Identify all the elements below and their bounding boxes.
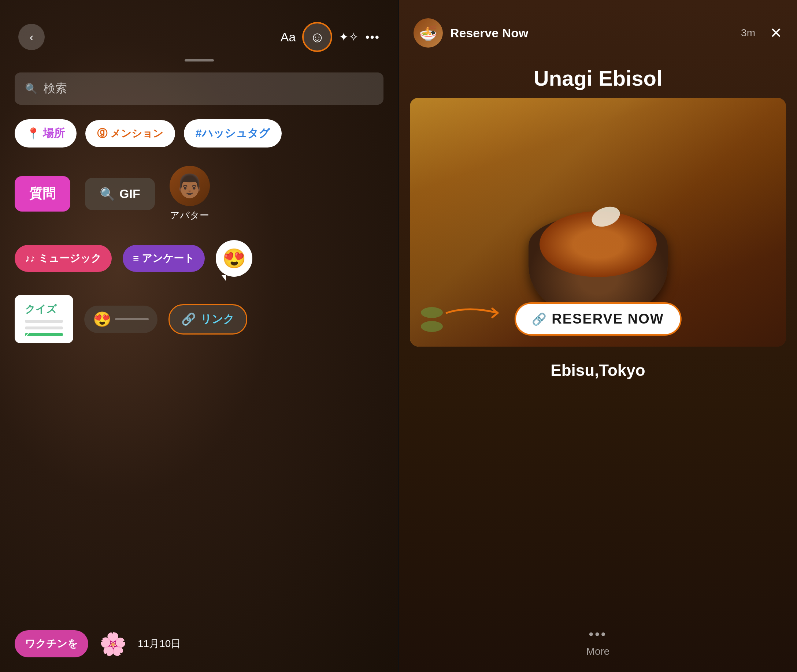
text-tool-button[interactable]: Aa bbox=[281, 30, 296, 44]
sticker-row-3: ♪♪ ミュージック ≡ アンケート 😍 bbox=[0, 240, 398, 277]
right-content: 🍜 Reserve Now 3m ✕ Unagi Ebisol bbox=[399, 0, 797, 672]
drag-handle bbox=[184, 59, 214, 61]
question-label: 質問 bbox=[29, 186, 56, 201]
music-label: ミュージック bbox=[38, 251, 101, 266]
link-icon: 🔗 bbox=[181, 312, 196, 326]
vaccine-sticker[interactable]: ワクチンを bbox=[14, 630, 88, 658]
restaurant-name: Unagi Ebisol bbox=[399, 55, 797, 98]
poll-icon: ≡ bbox=[133, 253, 139, 264]
reserve-link-icon: 🔗 bbox=[532, 312, 547, 326]
mention-sticker[interactable]: ⓖ メンション bbox=[85, 120, 175, 147]
avatar-label: アバター bbox=[170, 209, 209, 222]
date-sticker: 11月10日 bbox=[138, 637, 181, 651]
search-bar[interactable]: 🔍 検索 bbox=[14, 72, 383, 105]
search-icon: 🔍 bbox=[25, 83, 38, 95]
emoji-heart-eyes: 😍 bbox=[222, 247, 246, 270]
quiz-bar-green: ✓ bbox=[25, 333, 63, 336]
right-panel: 🍜 Reserve Now 3m ✕ Unagi Ebisol bbox=[399, 0, 797, 672]
music-icon: ♪♪ bbox=[25, 253, 35, 264]
emoji-bubble-sticker[interactable]: 😍 bbox=[216, 240, 252, 277]
place-label: 場所 bbox=[43, 126, 65, 141]
top-bar: ‹ Aa ☺ ✦✧ ••• bbox=[0, 0, 398, 59]
avatar-image: 👨🏾 bbox=[170, 166, 210, 206]
gif-search-icon: 🔍 bbox=[99, 187, 115, 201]
story-time: 3m bbox=[741, 27, 755, 39]
location-text: Ebisu,Tokyo bbox=[399, 347, 797, 394]
reserve-now-sticker[interactable]: 🔗 RESERVE NOW bbox=[514, 302, 681, 336]
sticker-row-4: クイズ ✓ 😍 🔗 リンク bbox=[0, 295, 398, 343]
poll-sticker[interactable]: ≡ アンケート bbox=[123, 245, 205, 272]
emoji-slider-sticker[interactable]: 😍 bbox=[84, 306, 157, 333]
quiz-label: クイズ bbox=[25, 302, 63, 316]
flower-sticker[interactable]: 🌸 bbox=[99, 631, 127, 657]
sticker-tool-button[interactable]: ☺ bbox=[302, 22, 332, 52]
link-label: リンク bbox=[200, 312, 234, 327]
orange-arrow bbox=[439, 302, 512, 325]
sticker-row-1: 📍 場所 ⓖ メンション #ハッシュタグ bbox=[0, 119, 398, 147]
story-footer: ••• More bbox=[399, 627, 797, 672]
quiz-sticker[interactable]: クイズ ✓ bbox=[14, 295, 73, 343]
story-avatar[interactable]: 🍜 bbox=[414, 18, 443, 48]
back-icon: ‹ bbox=[30, 30, 34, 44]
gif-sticker[interactable]: 🔍 GIF bbox=[85, 178, 155, 210]
question-sticker[interactable]: 質問 bbox=[14, 176, 70, 211]
sparkle-button[interactable]: ✦✧ bbox=[339, 30, 359, 44]
sticker-row-5: ワクチンを 🌸 11月10日 bbox=[0, 630, 398, 672]
slider-track bbox=[115, 318, 149, 320]
story-header: 🍜 Reserve Now 3m ✕ bbox=[399, 0, 797, 55]
poll-label: アンケート bbox=[142, 251, 194, 266]
quiz-bar-1 bbox=[25, 320, 63, 323]
hashtag-sticker[interactable]: #ハッシュタグ bbox=[184, 119, 282, 147]
story-avatar-icon: 🍜 bbox=[419, 24, 437, 42]
hashtag-label: #ハッシュタグ bbox=[196, 126, 270, 141]
story-more-dots[interactable]: ••• bbox=[589, 627, 607, 642]
more-options-button[interactable]: ••• bbox=[365, 30, 380, 44]
avatar-sticker[interactable]: 👨🏾 アバター bbox=[170, 166, 210, 222]
story-username: Reserve Now bbox=[450, 26, 734, 40]
reserve-text: RESERVE NOW bbox=[552, 311, 664, 327]
food-image: 🔗 RESERVE NOW bbox=[410, 98, 786, 347]
arrow-svg bbox=[439, 302, 512, 324]
mention-label: メンション bbox=[110, 126, 164, 141]
left-panel: ‹ Aa ☺ ✦✧ ••• 🔍 検索 📍 場所 ⓖ bbox=[0, 0, 398, 672]
story-more-label[interactable]: More bbox=[586, 646, 610, 658]
top-bar-center: Aa ☺ ✦✧ ••• bbox=[281, 22, 380, 52]
vaccine-label: ワクチンを bbox=[25, 637, 78, 651]
slider-emoji: 😍 bbox=[93, 311, 111, 328]
sticker-face-icon: ☺ bbox=[310, 29, 325, 45]
place-sticker[interactable]: 📍 場所 bbox=[14, 119, 77, 147]
mention-icon: ⓖ bbox=[97, 126, 107, 141]
left-content: ‹ Aa ☺ ✦✧ ••• 🔍 検索 📍 場所 ⓖ bbox=[0, 0, 398, 672]
quiz-bar-2 bbox=[25, 326, 63, 330]
place-icon: 📍 bbox=[26, 127, 40, 140]
sticker-row-2: 質問 🔍 GIF 👨🏾 アバター bbox=[0, 166, 398, 222]
search-placeholder-text: 検索 bbox=[43, 80, 67, 97]
music-sticker[interactable]: ♪♪ ミュージック bbox=[14, 245, 112, 272]
link-sticker[interactable]: 🔗 リンク bbox=[168, 304, 247, 334]
back-button[interactable]: ‹ bbox=[18, 24, 45, 50]
close-button[interactable]: ✕ bbox=[770, 24, 783, 42]
gif-label: GIF bbox=[119, 187, 140, 201]
